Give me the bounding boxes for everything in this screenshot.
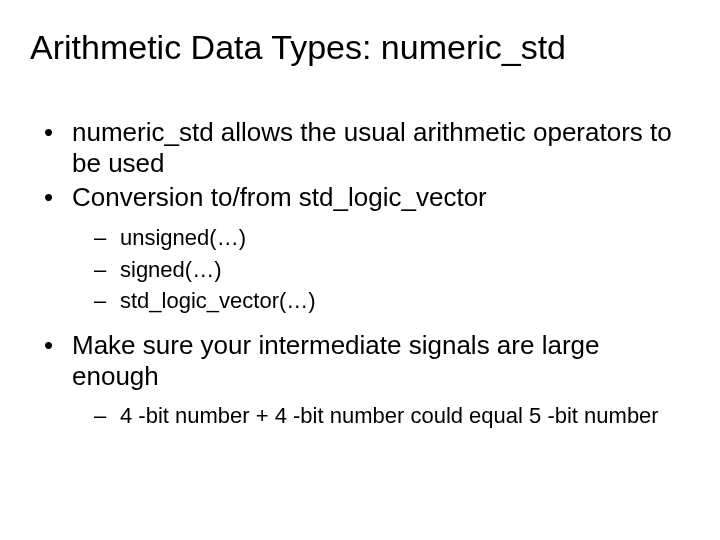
slide-title: Arithmetic Data Types: numeric_std <box>30 28 692 67</box>
sub-bullet-text: std_logic_vector(…) <box>120 288 316 313</box>
bullet-item: Make sure your intermediate signals are … <box>38 330 692 431</box>
bullet-text: Make sure your intermediate signals are … <box>72 330 599 391</box>
bullet-list: numeric_std allows the usual arithmetic … <box>38 117 692 431</box>
sub-bullet-item: unsigned(…) <box>90 223 692 253</box>
sub-bullet-list: unsigned(…) signed(…) std_logic_vector(…… <box>90 223 692 316</box>
slide: Arithmetic Data Types: numeric_std numer… <box>0 0 720 540</box>
sub-bullet-text: 4 -bit number + 4 -bit number could equa… <box>120 403 659 428</box>
sub-bullet-item: signed(…) <box>90 255 692 285</box>
sub-bullet-text: signed(…) <box>120 257 221 282</box>
sub-bullet-item: std_logic_vector(…) <box>90 286 692 316</box>
bullet-text: numeric_std allows the usual arithmetic … <box>72 117 672 178</box>
sub-bullet-text: unsigned(…) <box>120 225 246 250</box>
bullet-item: Conversion to/from std_logic_vector unsi… <box>38 182 692 316</box>
bullet-item: numeric_std allows the usual arithmetic … <box>38 117 692 178</box>
bullet-text: Conversion to/from std_logic_vector <box>72 182 487 212</box>
sub-bullet-item: 4 -bit number + 4 -bit number could equa… <box>90 401 692 431</box>
sub-bullet-list: 4 -bit number + 4 -bit number could equa… <box>90 401 692 431</box>
